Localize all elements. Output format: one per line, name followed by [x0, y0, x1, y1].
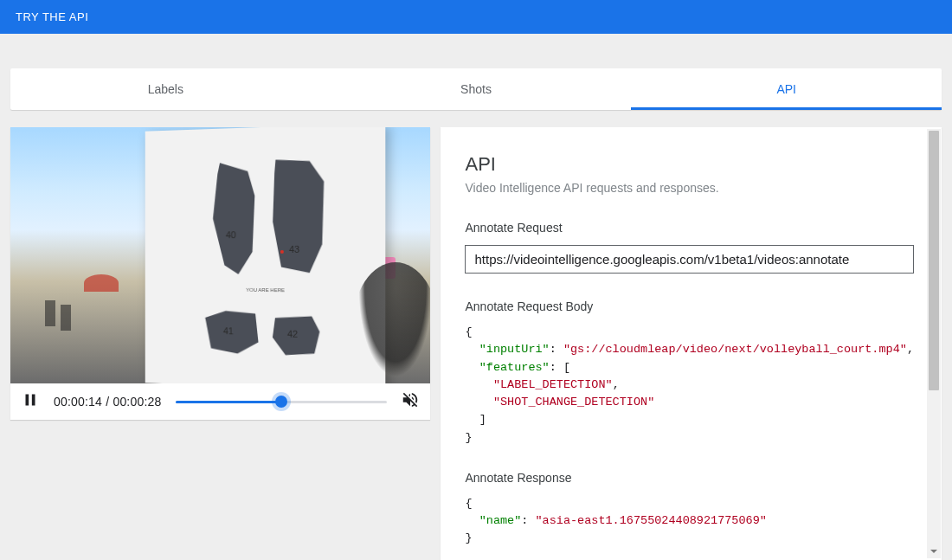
mute-button[interactable] [401, 390, 420, 413]
volume-muted-icon [401, 390, 420, 409]
tab-api[interactable]: API [631, 68, 942, 110]
progress-bar[interactable] [176, 401, 388, 403]
map-shape-43 [270, 158, 327, 273]
tab-labels[interactable]: Labels [10, 68, 321, 110]
page-body: Labels Shots API 40 43 41 42 [0, 34, 952, 560]
annotate-request-uri[interactable] [465, 245, 914, 274]
progress-thumb[interactable] [275, 396, 287, 408]
duration: 00:00:28 [113, 395, 161, 409]
api-heading: API [465, 153, 914, 176]
chevron-down-icon [929, 547, 938, 556]
tabs: Labels Shots API [10, 68, 942, 110]
annotate-request-body-label: Annotate Request Body [465, 299, 914, 313]
map-red-dot [280, 250, 284, 254]
scroll-down-button[interactable] [927, 544, 941, 558]
foreground-person [352, 262, 430, 383]
map-num-40: 40 [226, 229, 236, 240]
video-time: 00:00:14 / 00:00:28 [54, 395, 162, 409]
map-num-42: 42 [287, 329, 298, 339]
map-num-41: 41 [223, 325, 234, 336]
header-title: TRY THE API [16, 10, 88, 23]
api-scroll: API Video Intelligence API requests and … [465, 153, 929, 548]
bg-person [45, 300, 55, 326]
current-time: 00:00:14 [54, 395, 102, 409]
annotate-request-body-code: { "inputUri": "gs://cloudmleap/video/nex… [465, 324, 914, 447]
annotate-response-label: Annotate Response [465, 471, 914, 485]
api-panel: API Video Intelligence API requests and … [441, 127, 942, 560]
map-shape-40 [210, 162, 257, 274]
map-you-are-here: YOU ARE HERE [246, 287, 285, 293]
pause-icon [21, 390, 40, 409]
code-input-uri: "gs://cloudmleap/video/next/volleyball_c… [563, 343, 907, 356]
bg-umbrella [84, 274, 119, 292]
tab-shots[interactable]: Shots [321, 68, 632, 110]
main-row: 40 43 41 42 YOU ARE HERE 00:00:14 / 00:0… [10, 127, 942, 560]
bg-person [61, 305, 71, 331]
scroll-thumb[interactable] [929, 131, 939, 390]
progress-fill [176, 401, 281, 403]
video-controls: 00:00:14 / 00:00:28 [10, 383, 430, 420]
pause-button[interactable] [21, 390, 40, 413]
video-frame[interactable]: 40 43 41 42 YOU ARE HERE [10, 127, 430, 383]
map-num-43: 43 [289, 244, 299, 254]
annotate-response-code: { "name": "asia-east1.167550244089217750… [465, 495, 914, 548]
scrollbar[interactable] [927, 129, 941, 558]
annotate-request-label: Annotate Request [465, 221, 914, 235]
api-subtitle: Video Intelligence API requests and resp… [465, 181, 914, 195]
video-panel: 40 43 41 42 YOU ARE HERE 00:00:14 / 00:0… [10, 127, 430, 420]
map-sign: 40 43 41 42 YOU ARE HERE [145, 127, 386, 383]
top-bar: TRY THE API [0, 0, 952, 34]
